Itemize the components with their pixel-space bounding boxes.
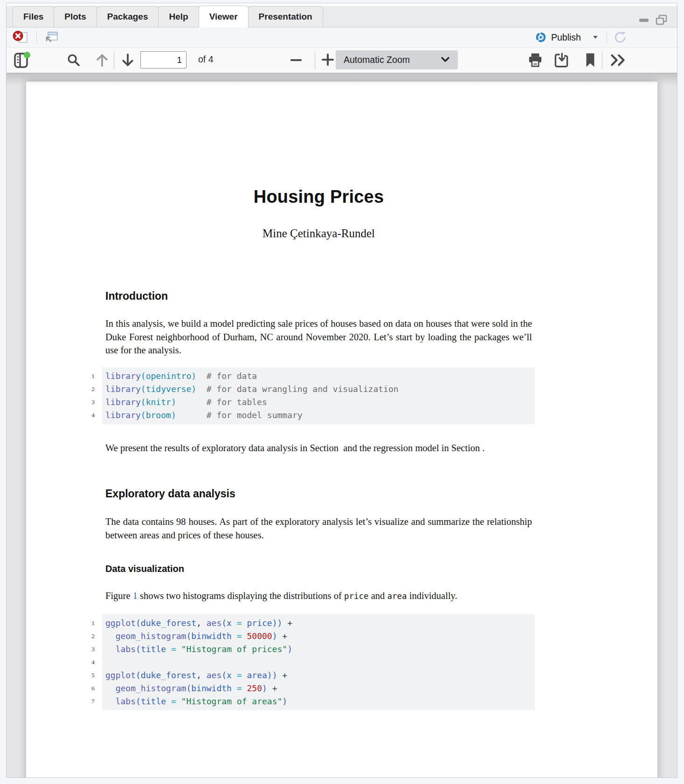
clear-viewer-button[interactable]	[12, 29, 30, 47]
publish-icon	[535, 31, 547, 43]
code-row: 3library(knitr) # for tables	[70, 396, 535, 409]
line-number: 4	[70, 656, 102, 669]
more-tools-button[interactable]	[608, 53, 627, 69]
code-row: 2library(tidyverse) # for data wrangling…	[70, 383, 535, 396]
tab-viewer[interactable]: Viewer	[199, 6, 249, 28]
code-token: +	[277, 631, 288, 641]
code-token: +	[282, 618, 292, 628]
section-heading-introduction: Introduction	[105, 290, 532, 303]
tab-list: FilesPlotsPackagesHelpViewerPresentation	[7, 3, 677, 27]
open-new-window-button[interactable]	[44, 31, 59, 45]
code-token: # for data	[207, 371, 257, 381]
page-down-button[interactable]	[120, 52, 136, 69]
code-token: library	[105, 384, 141, 394]
figure-link[interactable]: 1	[133, 591, 138, 601]
tab-presentation[interactable]: Presentation	[248, 6, 323, 27]
page-number-input[interactable]	[140, 51, 187, 69]
code-token: =	[237, 683, 247, 693]
code-token: library	[105, 371, 141, 381]
code-token	[176, 410, 207, 420]
tab-label: Files	[23, 12, 43, 22]
code-token: +	[277, 670, 288, 680]
code-token: geom_histogram	[116, 683, 187, 693]
page-count-label: of 4	[198, 54, 214, 65]
double-chevron-right-icon	[608, 53, 627, 68]
toolbar-separator	[607, 31, 607, 44]
zoom-out-button[interactable]	[289, 53, 304, 69]
line-number: 1	[70, 614, 102, 630]
code-token: =	[171, 696, 181, 706]
publish-button[interactable]: Publish	[535, 31, 581, 43]
code-token	[196, 371, 207, 381]
code-token: # for data wrangling and visualization	[207, 384, 399, 394]
code-token: =	[237, 670, 247, 680]
paragraph-introduction: In this analysis, we build a model predi…	[105, 317, 532, 357]
code-row: 7 labs(title = "Histogram of areas")	[70, 695, 535, 710]
code-line	[102, 656, 535, 669]
code-token: "Histogram of prices"	[181, 644, 288, 654]
arrow-up-icon	[94, 52, 110, 68]
code-token: price	[247, 618, 272, 628]
refresh-icon	[613, 30, 627, 44]
code-token	[105, 644, 116, 654]
code-token: (title	[136, 696, 171, 706]
code-line: library(broom) # for model summary	[102, 409, 535, 424]
refresh-button[interactable]	[613, 30, 627, 46]
code-row: 1ggplot(duke_forest, aes(x = price)) +	[70, 614, 535, 630]
print-button[interactable]	[527, 52, 544, 70]
code-token: ggplot	[105, 618, 136, 628]
viewer-pane: FilesPlotsPackagesHelpViewerPresentation	[6, 3, 677, 778]
zoom-in-button[interactable]	[320, 52, 336, 69]
sidebar-toggle-button[interactable]	[13, 51, 31, 71]
document-title: Housing Prices	[105, 187, 532, 207]
zoom-select-label: Automatic Zoom	[344, 55, 410, 65]
section-heading-eda: Exploratory data analysis	[105, 488, 532, 500]
code-row: 1library(openintro) # for data	[70, 367, 535, 383]
pdf-viewer-area[interactable]: Housing Prices Mine Çetinkaya-Rundel Int…	[7, 74, 677, 777]
code-token: )	[287, 644, 292, 654]
publish-menu-caret[interactable]	[593, 36, 598, 39]
code-line: ggplot(duke_forest, aes(x = price)) +	[102, 614, 535, 630]
code-token	[105, 696, 116, 706]
tab-help[interactable]: Help	[158, 6, 199, 27]
code-token	[196, 384, 207, 394]
code-token: ))	[272, 618, 283, 628]
search-icon	[66, 53, 81, 68]
code-token: (tidyverse)	[141, 384, 196, 394]
code-token: +	[267, 683, 277, 693]
toolbar-separator	[315, 51, 315, 69]
zoom-select[interactable]: Automatic Zoom	[336, 50, 458, 69]
tab-plots[interactable]: Plots	[54, 6, 97, 27]
window-controls	[639, 14, 668, 26]
bookmark-icon	[583, 52, 597, 68]
tab-label: Viewer	[209, 12, 238, 22]
minus-icon	[289, 53, 304, 67]
tab-packages[interactable]: Packages	[97, 6, 159, 27]
code-token: aes	[207, 670, 222, 680]
code-token: )	[282, 696, 287, 706]
tab-files[interactable]: Files	[13, 6, 54, 27]
code-row: 4	[70, 656, 535, 669]
code-row: 4library(broom) # for model summary	[70, 409, 535, 424]
code-line: library(openintro) # for data	[102, 367, 535, 383]
search-button[interactable]	[66, 53, 81, 69]
page-up-button[interactable]	[94, 52, 110, 69]
chevron-down-icon	[593, 36, 598, 39]
code-token: area	[247, 670, 267, 680]
figure-sentence-pre: Figure	[105, 591, 133, 601]
pane-tab-bar: FilesPlotsPackagesHelpViewerPresentation	[7, 3, 677, 28]
bookmark-button[interactable]	[583, 52, 597, 69]
figure-sentence-mid1: shows two histograms displaying the dist…	[138, 591, 344, 601]
download-button[interactable]	[553, 52, 570, 70]
tab-label: Packages	[107, 12, 148, 22]
code-token: (title	[136, 644, 171, 654]
code-token: library	[105, 410, 141, 420]
code-token: # for tables	[207, 397, 267, 407]
inline-code-price: price	[344, 591, 369, 601]
subsection-heading-dataviz: Data visualization	[105, 564, 532, 574]
minimize-icon[interactable]	[639, 18, 649, 22]
code-line: labs(title = "Histogram of prices")	[102, 643, 535, 656]
code-token: 50000	[247, 631, 272, 641]
toolbar-separator	[36, 31, 37, 44]
maximize-icon[interactable]	[656, 14, 668, 26]
